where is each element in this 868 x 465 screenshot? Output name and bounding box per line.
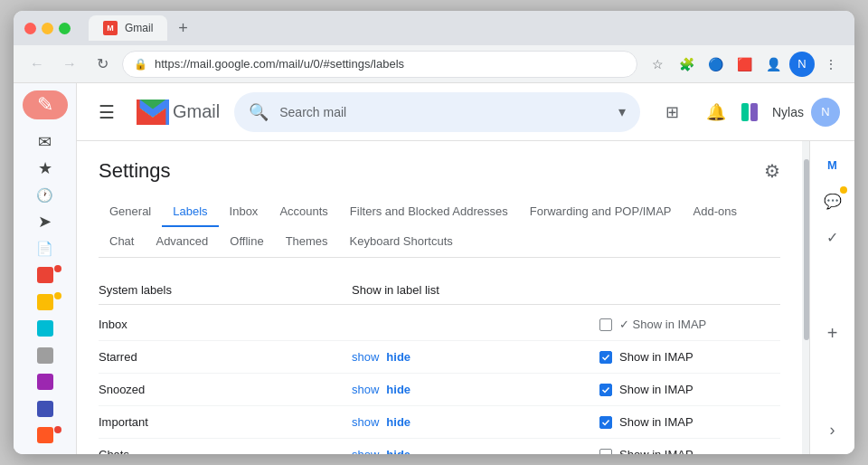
tab-accounts[interactable]: Accounts: [269, 197, 338, 227]
sidebar-item-label-purple[interactable]: [27, 371, 63, 394]
extension4-icon[interactable]: 👤: [760, 52, 786, 77]
imap-checkbox-snoozed[interactable]: [599, 384, 612, 396]
settings-area: Settings ⚙ General Labels Inbox Accounts…: [77, 141, 854, 454]
imap-cell-important: Show in IMAP: [599, 415, 780, 429]
label-name-important: Important: [99, 415, 352, 429]
meet-icon[interactable]: M: [816, 148, 849, 181]
show-link-chats[interactable]: show: [352, 448, 379, 454]
tab-addons[interactable]: Add-ons: [683, 197, 748, 227]
imap-label-starred: Show in IMAP: [619, 350, 693, 364]
badge-yellow: [54, 292, 61, 299]
sidebar-item-label-teal[interactable]: [27, 318, 63, 341]
close-button[interactable]: [24, 23, 36, 34]
hide-link-snoozed[interactable]: hide: [386, 383, 410, 396]
back-button[interactable]: ←: [24, 52, 50, 77]
svg-rect-1: [165, 100, 169, 125]
url-bar[interactable]: 🔒 https://mail.google.com/mail/u/0/#sett…: [122, 51, 637, 78]
settings-main: Settings ⚙ General Labels Inbox Accounts…: [77, 141, 802, 454]
imap-cell-inbox: ✓ Show in IMAP: [599, 318, 780, 331]
nylas-label: Nylas: [772, 105, 804, 119]
url-text: https://mail.google.com/mail/u/0/#settin…: [155, 57, 626, 71]
sidebar-item-label-gray[interactable]: [27, 344, 63, 367]
browser-menu-icon[interactable]: ⋮: [818, 52, 844, 77]
gmail-wordmark: Gmail: [173, 101, 220, 122]
tasks-icon[interactable]: ✓: [816, 221, 849, 253]
show-link-starred[interactable]: show: [352, 350, 379, 364]
sidebar-item-drafts[interactable]: 📄: [27, 237, 63, 261]
chat-badge: [840, 186, 847, 194]
left-sidebar: ✎ ✉ ★ 🕐 ➤ 📄: [14, 83, 77, 454]
gmail-logo: Gmail: [137, 100, 220, 125]
minimize-button[interactable]: [42, 23, 53, 34]
lock-icon: 🔒: [134, 58, 147, 71]
tab-advanced[interactable]: Advanced: [145, 227, 219, 257]
tab-inbox[interactable]: Inbox: [219, 197, 269, 227]
extension2-icon[interactable]: 🔵: [703, 52, 728, 77]
table-row: Important show hide Show in IMAP: [99, 406, 780, 439]
imap-cell-snoozed: Show in IMAP: [599, 383, 780, 396]
profile-avatar[interactable]: N: [789, 52, 815, 77]
imap-checkbox-chats[interactable]: [599, 449, 612, 455]
labels-section: System labels Show in label list Inbox ✓…: [99, 276, 780, 454]
settings-gear-icon[interactable]: ⚙: [764, 160, 780, 182]
label-name-starred: Starred: [99, 350, 352, 364]
app-layout: ✎ ✉ ★ 🕐 ➤ 📄: [14, 83, 854, 454]
tab-keyboard[interactable]: Keyboard Shortcuts: [339, 227, 464, 257]
sidebar-item-label-red[interactable]: [27, 263, 63, 287]
compose-button[interactable]: ✎: [23, 90, 68, 119]
nylas-logo[interactable]: Nylas: [741, 103, 804, 121]
header-icons: ⊞ 🔔 Nylas N: [655, 94, 840, 130]
hide-link-chats[interactable]: hide: [386, 448, 410, 454]
svg-rect-0: [137, 100, 140, 125]
expand-icon[interactable]: ›: [823, 413, 843, 447]
bookmark-icon[interactable]: ☆: [645, 52, 670, 77]
hide-link-important[interactable]: hide: [386, 415, 410, 429]
new-tab-button[interactable]: +: [171, 15, 195, 42]
traffic-lights: [24, 23, 71, 34]
show-link-important[interactable]: show: [352, 415, 379, 429]
show-link-snoozed[interactable]: show: [352, 383, 379, 396]
sidebar-item-snoozed[interactable]: 🕐: [27, 184, 63, 207]
hide-link-starred[interactable]: hide: [386, 350, 410, 364]
tab-forwarding[interactable]: Forwarding and POP/IMAP: [519, 197, 683, 227]
title-bar: M Gmail +: [14, 11, 854, 45]
hamburger-icon[interactable]: ☰: [91, 94, 122, 130]
user-avatar[interactable]: N: [811, 98, 840, 127]
table-row: Starred show hide Show in IMAP: [99, 341, 780, 374]
apps-icon[interactable]: ⊞: [655, 94, 691, 130]
tab-offline[interactable]: Offline: [219, 227, 274, 257]
refresh-button[interactable]: ↻: [90, 52, 115, 77]
search-bar[interactable]: 🔍 Search mail ▾: [234, 92, 640, 132]
search-dropdown-icon[interactable]: ▾: [618, 103, 626, 120]
sidebar-item-starred[interactable]: ★: [27, 157, 63, 180]
scrollbar-thumb[interactable]: [804, 159, 809, 340]
tab-general[interactable]: General: [99, 197, 162, 227]
imap-label-snoozed: Show in IMAP: [619, 383, 693, 396]
tab-chat[interactable]: Chat: [99, 227, 145, 257]
settings-tabs: General Labels Inbox Accounts Filters an…: [99, 197, 780, 258]
scrollbar[interactable]: [802, 141, 809, 454]
search-input[interactable]: Search mail: [279, 105, 608, 119]
add-icon[interactable]: +: [816, 318, 849, 350]
badge-orange: [54, 426, 61, 433]
sidebar-item-label-orange[interactable]: [27, 424, 63, 448]
sidebar-item-mail[interactable]: ✉: [27, 130, 63, 154]
extension-icon[interactable]: 🧩: [674, 52, 699, 77]
maximize-button[interactable]: [59, 23, 71, 34]
tab-labels[interactable]: Labels: [162, 197, 218, 227]
imap-checkbox-inbox[interactable]: [599, 318, 612, 331]
tab-filters[interactable]: Filters and Blocked Addresses: [339, 197, 519, 227]
col-system-labels: System labels: [99, 283, 352, 297]
browser-tab[interactable]: M Gmail: [89, 15, 167, 41]
imap-checkbox-starred[interactable]: [599, 351, 612, 364]
extension3-icon[interactable]: 🟥: [731, 52, 757, 77]
tab-themes[interactable]: Themes: [275, 227, 339, 257]
sidebar-item-label-yellow[interactable]: [27, 290, 63, 314]
imap-checkbox-important[interactable]: [599, 416, 612, 429]
chat-icon[interactable]: 💬: [816, 185, 849, 217]
sidebar-item-label-blue[interactable]: [27, 397, 63, 421]
forward-button[interactable]: →: [57, 52, 82, 77]
browser-action-icons: ☆ 🧩 🔵 🟥 👤 N ⋮: [645, 52, 844, 77]
sidebar-item-sent[interactable]: ➤: [27, 210, 63, 233]
notifications-icon[interactable]: 🔔: [698, 94, 734, 130]
